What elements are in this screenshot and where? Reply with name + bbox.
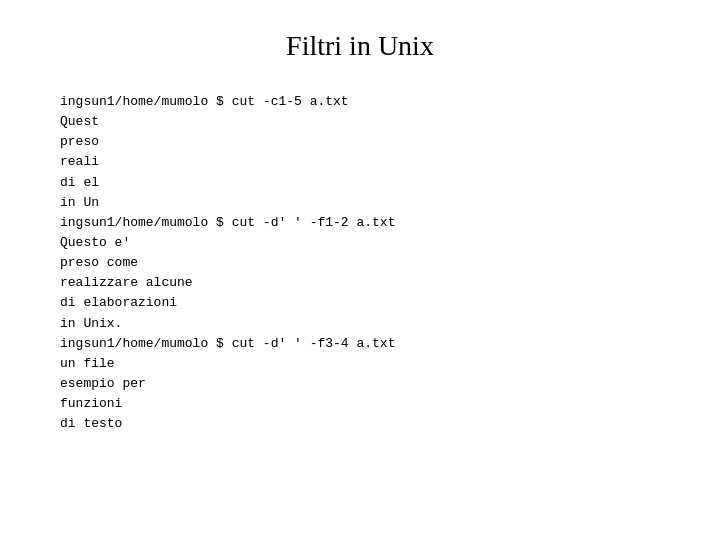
page-container: Filtri in Unix ingsun1/home/mumolo $ cut… (0, 0, 720, 540)
terminal-output: ingsun1/home/mumolo $ cut -c1-5 a.txt Qu… (60, 92, 660, 434)
page-title: Filtri in Unix (286, 30, 434, 62)
content-area: ingsun1/home/mumolo $ cut -c1-5 a.txt Qu… (0, 92, 720, 434)
